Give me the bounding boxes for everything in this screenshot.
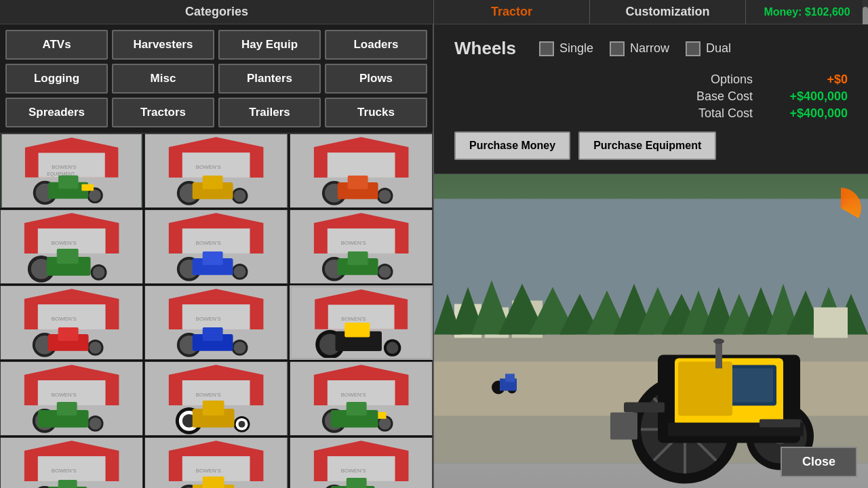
- svg-rect-90: [344, 323, 370, 338]
- header-categories: Categories: [0, 0, 434, 24]
- svg-text:BOWEN'S: BOWEN'S: [52, 392, 77, 398]
- svg-rect-112: [203, 401, 224, 415]
- tractor-thumbnail: BOWEN'S: [290, 437, 432, 488]
- svg-rect-10: [58, 176, 78, 189]
- customization-panel: Wheels Single Narrow Dual Options +$0: [434, 24, 868, 174]
- narrow-checkbox[interactable]: [610, 41, 625, 56]
- svg-rect-179: [814, 308, 848, 338]
- svg-rect-30: [347, 176, 368, 189]
- wheel-option-single[interactable]: Single: [539, 41, 593, 56]
- list-item[interactable]: BOWEN'S: [144, 285, 288, 360]
- tractor-thumbnail: BOWEN'S EQUIPMENT: [1, 134, 142, 207]
- header-customization: Customization: [590, 0, 746, 24]
- categories-title: Categories: [185, 5, 248, 19]
- svg-rect-80: [203, 327, 223, 341]
- list-item[interactable]: BOWEN'S: [144, 437, 288, 488]
- tractor-thumbnail: [290, 134, 432, 208]
- list-item[interactable]: BOWEN'S EQUIPMENT: [0, 134, 143, 208]
- svg-rect-40: [57, 249, 79, 264]
- purchase-equipment-button[interactable]: Purchase Equipment: [578, 131, 716, 160]
- options-row: Options +$0: [454, 73, 848, 87]
- svg-rect-21: [203, 176, 223, 189]
- svg-text:BOWEN'S: BOWEN'S: [340, 240, 366, 246]
- svg-rect-203: [624, 403, 665, 413]
- svg-rect-143: [203, 476, 224, 488]
- sun-indicator: [821, 188, 861, 228]
- wheels-row: Wheels Single Narrow Dual: [454, 38, 848, 59]
- wheels-label: Wheels: [454, 38, 516, 59]
- svg-point-48: [234, 266, 246, 278]
- preview-scene: [434, 174, 868, 488]
- header-money-section: Money: $102,600: [746, 0, 868, 24]
- purchase-money-button[interactable]: Purchase Money: [454, 131, 570, 160]
- svg-text:BOWEN'S: BOWEN'S: [341, 316, 366, 322]
- close-button[interactable]: Close: [781, 447, 857, 477]
- svg-point-110: [239, 421, 245, 428]
- money-value: $102,600: [805, 6, 850, 18]
- svg-point-120: [378, 418, 391, 430]
- dual-checkbox[interactable]: [686, 41, 701, 56]
- svg-rect-24: [327, 152, 395, 178]
- category-tractors[interactable]: Tractors: [112, 98, 214, 127]
- category-trucks[interactable]: Trucks: [325, 98, 427, 127]
- svg-rect-123: [378, 412, 386, 419]
- svg-point-200: [713, 339, 724, 344]
- svg-rect-153: [346, 478, 366, 488]
- svg-point-58: [378, 266, 391, 278]
- options-label: Options: [711, 73, 753, 87]
- list-item[interactable]: BOWEN'S: [0, 361, 143, 436]
- category-spreaders[interactable]: Spreaders: [5, 98, 108, 127]
- single-checkbox[interactable]: [539, 41, 554, 56]
- list-item[interactable]: BOWEN'S: [290, 361, 433, 436]
- tractor-thumbnail: BOWEN'S: [145, 209, 287, 284]
- list-item[interactable]: BOWEN'S: [0, 285, 143, 360]
- tractor-thumbnail: BOWEN'S: [1, 285, 142, 360]
- category-trailers[interactable]: Trailers: [218, 98, 321, 127]
- total-cost-row: Total Cost +$400,000: [454, 106, 848, 121]
- tractor-thumbnail: BOWEN'S: [290, 209, 432, 284]
- svg-rect-204: [610, 413, 637, 440]
- svg-point-78: [234, 342, 246, 354]
- wheel-option-dual[interactable]: Dual: [686, 41, 731, 56]
- list-item[interactable]: BOWEN'S: [0, 437, 143, 488]
- tractor-thumbnail: BOWEN'S: [1, 209, 142, 284]
- list-item[interactable]: [290, 134, 433, 208]
- tractor-thumbnail: BOWEN'S: [290, 361, 432, 436]
- tractor-thumbnail: BOWEN'S: [1, 361, 142, 436]
- list-item[interactable]: BOWEN'S: [290, 285, 433, 360]
- list-item[interactable]: BOWEN'S: [290, 209, 433, 284]
- svg-rect-60: [347, 251, 368, 265]
- svg-text:BOWEN'S: BOWEN'S: [340, 392, 366, 398]
- money-label: Money:: [764, 6, 802, 18]
- total-cost-label: Total Cost: [698, 106, 753, 121]
- list-item[interactable]: BOWEN'S: [0, 209, 143, 284]
- svg-point-19: [234, 190, 246, 202]
- base-cost-value: +$400,000: [766, 89, 848, 104]
- svg-text:BOWEN'S: BOWEN'S: [196, 468, 221, 474]
- narrow-label: Narrow: [630, 41, 669, 56]
- base-cost-row: Base Cost +$400,000: [454, 89, 848, 104]
- category-plows[interactable]: Plows: [325, 64, 427, 94]
- svg-rect-11: [81, 184, 94, 191]
- list-item[interactable]: BOWEN'S: [144, 209, 288, 284]
- category-harvesters[interactable]: Harvesters: [112, 30, 214, 60]
- total-cost-value: +$400,000: [766, 106, 848, 121]
- list-item[interactable]: BOWEN'S: [144, 134, 288, 208]
- category-logging[interactable]: Logging: [5, 64, 108, 94]
- svg-point-98: [90, 418, 102, 430]
- category-hay-equip[interactable]: Hay Equip: [218, 30, 321, 60]
- wheel-option-narrow[interactable]: Narrow: [610, 41, 669, 56]
- category-grid: ATVs Harvesters Hay Equip Loaders Loggin…: [0, 24, 433, 134]
- category-loaders[interactable]: Loaders: [325, 30, 427, 60]
- list-item[interactable]: BOWEN'S: [290, 437, 433, 488]
- svg-text:BOWEN'S: BOWEN'S: [340, 468, 366, 474]
- main-content: ATVs Harvesters Hay Equip Loaders Loggin…: [0, 24, 868, 488]
- category-planters[interactable]: Planters: [218, 64, 321, 94]
- svg-point-28: [378, 190, 391, 202]
- category-misc[interactable]: Misc: [112, 64, 214, 94]
- category-atvs[interactable]: ATVs: [5, 30, 108, 60]
- header: Categories Tractor Customization Money: …: [0, 0, 868, 24]
- svg-rect-50: [203, 251, 223, 265]
- list-item[interactable]: BOWEN'S: [144, 361, 288, 436]
- base-cost-label: Base Cost: [696, 89, 753, 104]
